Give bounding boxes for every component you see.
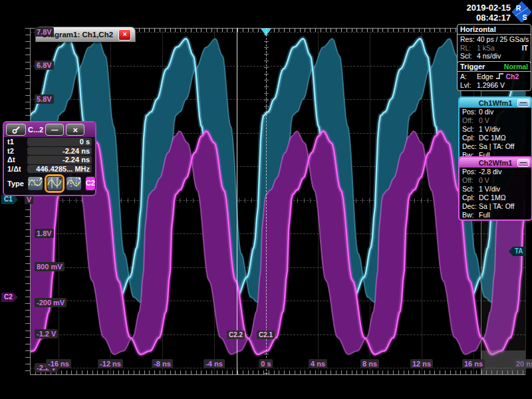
horizontal-row: RL:1 kSaIT xyxy=(458,44,531,53)
horizontal-row: Res:40 ps / 25 GSa/s xyxy=(458,35,531,44)
ch2-row: Cpl:DC 1MΩ xyxy=(460,194,531,202)
close-icon[interactable]: × xyxy=(118,29,131,41)
y-axis-label: 1.8V xyxy=(35,229,54,238)
measurement-row: Δt-2.24 ns xyxy=(4,155,95,164)
trigger-row: Lvl:1.2966 V xyxy=(458,81,531,90)
trigger-mode-badge: Normal xyxy=(504,63,528,70)
ch1-row: Off:0 V xyxy=(460,116,531,125)
ch1-row: Dec:Sa | TA: Off xyxy=(460,142,531,151)
time-text: 08:42:17 xyxy=(467,13,511,23)
x-axis-label: 0 s xyxy=(259,359,273,368)
y-axis-label: 7.8V xyxy=(35,27,54,37)
measurement-row: t2-2.24 ns xyxy=(4,146,95,156)
oscilloscope-screen: { "header": { "date": "2019-02-15", "tim… xyxy=(0,0,532,399)
trigger-row: A:EdgeCh2 xyxy=(458,72,531,81)
minimize-icon[interactable] xyxy=(517,159,529,167)
wrench-icon xyxy=(12,126,21,134)
cursor-type-both-button[interactable] xyxy=(66,176,82,191)
cursor-tag-c2-2[interactable]: C2.2 xyxy=(227,331,245,339)
ch2-row: Pos:-2.8 div xyxy=(460,168,531,176)
x-axis-label: -12 ns xyxy=(98,359,123,368)
ch2-row: Dec:Sa | TA: Off xyxy=(460,202,531,211)
x-axis-label: 8 ns xyxy=(360,359,379,368)
waveform-traces xyxy=(30,28,525,374)
cursor-type-vertical-button[interactable] xyxy=(47,176,63,191)
scale-label-partial: V xyxy=(25,195,33,204)
ch2-row: Scl:1 V/div xyxy=(460,185,531,194)
trigger-settings-panel[interactable]: Trigger Normal A:EdgeCh2Lvl:1.2966 V xyxy=(457,61,531,91)
measurement-row: t10 s xyxy=(4,137,95,146)
cursor-line-t1[interactable] xyxy=(266,28,267,374)
ch1-row: Pos:0 div xyxy=(460,108,531,116)
x-axis-label: -16 ns xyxy=(46,359,71,368)
ch1-row: Cpl:DC 1MΩ xyxy=(460,134,531,142)
type-label: Type xyxy=(7,180,24,188)
ch1-waveform-panel[interactable]: Ch1Wfm1 Pos:0 divOff:0 VScl:1 V/divCpl:D… xyxy=(458,96,532,161)
y-axis-label: 800 mV xyxy=(35,262,65,271)
x-axis-label: -4 ns xyxy=(203,359,225,368)
channel1-position-badge[interactable]: C1 xyxy=(1,195,18,204)
cursor-tag-c2-1[interactable]: C2.1 xyxy=(257,331,275,339)
cursor-type-horizontal-button[interactable] xyxy=(27,176,43,191)
edge-icon xyxy=(495,72,504,80)
x-axis-label: 20 ns xyxy=(514,359,532,368)
x-axis-label: -8 ns xyxy=(152,359,173,368)
svg-text:S: S xyxy=(522,13,527,21)
x-axis-label: 16 ns xyxy=(462,359,485,368)
ch2-row: Off:0 V xyxy=(460,176,531,185)
y-axis-label: -1.2 V xyxy=(35,329,58,338)
ch1-row: Scl:1 V/div xyxy=(460,125,531,134)
minimize-icon[interactable] xyxy=(517,99,529,107)
x-axis-label: 12 ns xyxy=(410,359,433,368)
datetime-display: 2019-02-15 08:42:17 xyxy=(467,3,511,23)
ch2-row: Bw:Full xyxy=(460,211,531,219)
ch1-panel-title: Ch1Wfm1 xyxy=(479,99,513,107)
svg-text:R: R xyxy=(516,4,521,12)
x-axis-label: 4 ns xyxy=(309,359,327,368)
date-text: 2019-02-15 xyxy=(467,3,511,13)
dialog-tools-button[interactable] xyxy=(6,124,26,136)
cursor-results-dialog[interactable]: C...2 — × t10 st2-2.24 nsΔt-2.24 ns1/Δt4… xyxy=(3,121,96,196)
y-axis-label: 5.8V xyxy=(35,94,54,104)
channel2-position-badge[interactable]: C2 xyxy=(1,293,18,302)
cursor-line-t2[interactable] xyxy=(237,28,237,374)
bottom-axis-ruler xyxy=(30,370,525,375)
ch2-waveform-panel[interactable]: Ch2Wfm1 Pos:-2.8 divOff:0 VScl:1 V/divCp… xyxy=(458,156,532,221)
measurement-row: 1/Δt446.4285... MHz xyxy=(4,164,95,174)
ch2-panel-title: Ch2Wfm1 xyxy=(479,159,513,167)
dialog-title: C...2 xyxy=(28,126,43,134)
horizontal-panel-title: Horizontal xyxy=(460,25,496,33)
cursor-source-ch2-button[interactable]: C2 xyxy=(85,176,96,191)
trigger-panel-title: Trigger xyxy=(460,63,485,70)
rs-logo-icon: R S xyxy=(511,1,532,23)
close-button[interactable]: × xyxy=(66,124,84,136)
y-axis-label: -200 mV xyxy=(35,298,66,307)
horizontal-row: Scl:4 ns/div xyxy=(458,52,531,61)
y-axis-label: 6.8V xyxy=(35,61,54,70)
minimize-button[interactable]: — xyxy=(45,124,64,136)
